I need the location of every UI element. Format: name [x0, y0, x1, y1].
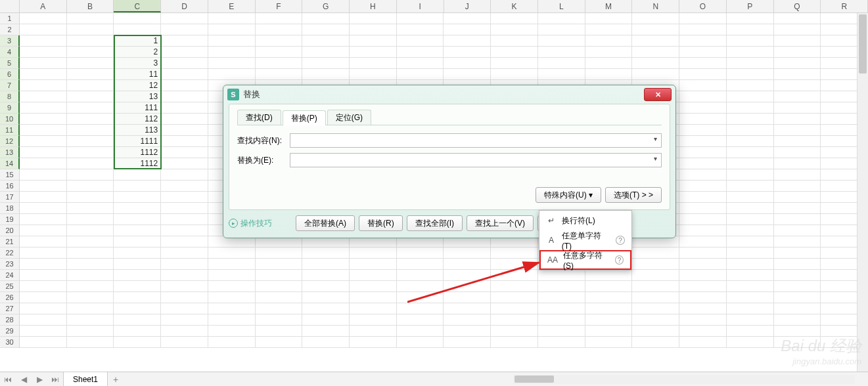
cell[interactable]	[397, 69, 444, 80]
row-header[interactable]: 29	[0, 326, 20, 337]
cell[interactable]	[444, 247, 491, 259]
cell[interactable]	[20, 270, 67, 281]
cell[interactable]	[67, 158, 114, 169]
cell[interactable]	[161, 147, 208, 158]
cell[interactable]	[114, 192, 161, 203]
cell[interactable]	[67, 114, 114, 125]
cell[interactable]	[161, 114, 208, 125]
dropdown-item[interactable]: A任意单字符(T)?	[539, 230, 631, 250]
cell[interactable]	[350, 247, 397, 259]
cell[interactable]	[114, 326, 161, 337]
cell[interactable]	[632, 35, 679, 47]
cell[interactable]	[114, 281, 161, 292]
cell[interactable]	[774, 270, 821, 281]
cell[interactable]	[585, 314, 633, 326]
row-header[interactable]: 4	[0, 47, 20, 58]
cell[interactable]	[114, 181, 161, 192]
tab-nav-first[interactable]: ⏮	[0, 372, 16, 387]
dialog-titlebar[interactable]: S 替换 ✕	[223, 85, 675, 104]
cell[interactable]	[161, 158, 208, 169]
col-header-E[interactable]: E	[208, 0, 256, 12]
cell[interactable]	[444, 58, 491, 69]
cell[interactable]	[679, 69, 727, 80]
cell[interactable]	[67, 69, 114, 80]
cell[interactable]	[679, 259, 727, 270]
cell[interactable]	[632, 13, 679, 24]
cell[interactable]	[20, 158, 67, 169]
col-header-K[interactable]: K	[491, 0, 538, 12]
cell[interactable]	[350, 303, 397, 314]
cell[interactable]	[208, 292, 256, 303]
col-header-Q[interactable]: Q	[774, 0, 821, 12]
cell[interactable]	[20, 225, 67, 236]
cell[interactable]	[20, 147, 67, 158]
cell[interactable]	[67, 35, 114, 47]
row-header[interactable]: 24	[0, 270, 20, 281]
cell[interactable]	[20, 181, 67, 192]
cell[interactable]	[774, 192, 821, 203]
cell[interactable]	[632, 292, 679, 303]
row-header[interactable]: 21	[0, 236, 20, 247]
cell[interactable]	[20, 58, 67, 69]
cell[interactable]	[20, 281, 67, 292]
cell[interactable]	[679, 158, 727, 169]
cell[interactable]	[727, 158, 774, 169]
cell[interactable]	[67, 247, 114, 259]
row-header[interactable]: 23	[0, 259, 20, 270]
cell[interactable]	[538, 58, 585, 69]
cell[interactable]	[20, 102, 67, 114]
col-header-C[interactable]: C	[114, 0, 161, 12]
cell[interactable]	[350, 24, 397, 35]
cell[interactable]	[256, 24, 303, 35]
cell[interactable]	[679, 270, 727, 281]
cell[interactable]	[397, 13, 444, 24]
cell[interactable]	[208, 69, 256, 80]
cell[interactable]	[727, 147, 774, 158]
cell[interactable]	[679, 303, 727, 314]
cell[interactable]	[585, 303, 633, 314]
cell[interactable]	[161, 203, 208, 214]
cell[interactable]	[774, 147, 821, 158]
row-header[interactable]: 18	[0, 203, 20, 214]
cell[interactable]	[727, 225, 774, 236]
cell[interactable]	[208, 247, 256, 259]
cell[interactable]	[632, 247, 679, 259]
cell[interactable]	[727, 114, 774, 125]
cell[interactable]	[538, 326, 585, 337]
cell[interactable]	[727, 13, 774, 24]
cell[interactable]	[774, 91, 821, 102]
cell[interactable]	[397, 24, 444, 35]
cell[interactable]	[727, 69, 774, 80]
cell[interactable]: 13	[114, 91, 161, 102]
cell[interactable]	[491, 259, 538, 270]
cell[interactable]	[538, 337, 585, 348]
cell[interactable]	[679, 181, 727, 192]
cell[interactable]	[20, 24, 67, 35]
row-header[interactable]: 10	[0, 114, 20, 125]
cell[interactable]	[20, 236, 67, 247]
row-header[interactable]: 22	[0, 247, 20, 259]
cell[interactable]	[302, 314, 350, 326]
cell[interactable]	[208, 314, 256, 326]
cell[interactable]	[67, 192, 114, 203]
cell[interactable]	[350, 292, 397, 303]
cell[interactable]	[538, 314, 585, 326]
dropdown-item[interactable]: ↵换行符(L)	[539, 211, 631, 230]
row-header[interactable]: 16	[0, 181, 20, 192]
cell[interactable]	[302, 292, 350, 303]
col-header-M[interactable]: M	[585, 0, 633, 12]
cell[interactable]	[20, 326, 67, 337]
cell[interactable]	[774, 125, 821, 136]
cell[interactable]	[161, 281, 208, 292]
cell[interactable]	[302, 326, 350, 337]
cell[interactable]	[679, 192, 727, 203]
cell[interactable]	[774, 259, 821, 270]
cell[interactable]	[67, 47, 114, 58]
cell[interactable]	[679, 281, 727, 292]
cell[interactable]	[161, 169, 208, 181]
cell[interactable]	[679, 147, 727, 158]
cell[interactable]	[679, 236, 727, 247]
cell[interactable]	[67, 314, 114, 326]
row-header[interactable]: 13	[0, 147, 20, 158]
cell[interactable]	[727, 47, 774, 58]
